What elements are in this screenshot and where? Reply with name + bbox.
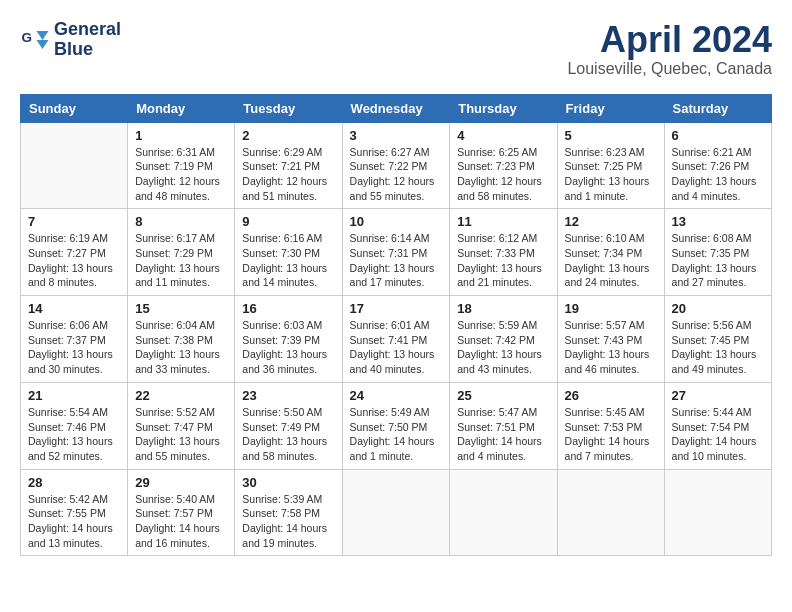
day-number: 11 (457, 214, 549, 229)
day-number: 6 (672, 128, 764, 143)
day-number: 30 (242, 475, 334, 490)
day-info: Sunrise: 6:12 AM Sunset: 7:33 PM Dayligh… (457, 231, 549, 290)
day-number: 10 (350, 214, 443, 229)
day-info: Sunrise: 5:49 AM Sunset: 7:50 PM Dayligh… (350, 405, 443, 464)
day-info: Sunrise: 6:31 AM Sunset: 7:19 PM Dayligh… (135, 145, 227, 204)
day-number: 15 (135, 301, 227, 316)
weekday-header-saturday: Saturday (664, 94, 771, 122)
calendar-cell: 30Sunrise: 5:39 AM Sunset: 7:58 PM Dayli… (235, 469, 342, 556)
weekday-header-friday: Friday (557, 94, 664, 122)
day-number: 8 (135, 214, 227, 229)
calendar-cell: 4Sunrise: 6:25 AM Sunset: 7:23 PM Daylig… (450, 122, 557, 209)
weekday-header-thursday: Thursday (450, 94, 557, 122)
day-info: Sunrise: 6:16 AM Sunset: 7:30 PM Dayligh… (242, 231, 334, 290)
svg-text:G: G (22, 29, 33, 44)
day-info: Sunrise: 5:47 AM Sunset: 7:51 PM Dayligh… (457, 405, 549, 464)
day-info: Sunrise: 6:29 AM Sunset: 7:21 PM Dayligh… (242, 145, 334, 204)
logo: G General Blue (20, 20, 121, 60)
day-info: Sunrise: 5:42 AM Sunset: 7:55 PM Dayligh… (28, 492, 120, 551)
day-info: Sunrise: 5:57 AM Sunset: 7:43 PM Dayligh… (565, 318, 657, 377)
weekday-header-row: SundayMondayTuesdayWednesdayThursdayFrid… (21, 94, 772, 122)
day-number: 13 (672, 214, 764, 229)
calendar-cell (342, 469, 450, 556)
day-info: Sunrise: 5:45 AM Sunset: 7:53 PM Dayligh… (565, 405, 657, 464)
calendar-header: SundayMondayTuesdayWednesdayThursdayFrid… (21, 94, 772, 122)
day-number: 4 (457, 128, 549, 143)
day-info: Sunrise: 5:56 AM Sunset: 7:45 PM Dayligh… (672, 318, 764, 377)
day-info: Sunrise: 5:39 AM Sunset: 7:58 PM Dayligh… (242, 492, 334, 551)
day-number: 19 (565, 301, 657, 316)
calendar-cell: 26Sunrise: 5:45 AM Sunset: 7:53 PM Dayli… (557, 382, 664, 469)
calendar-cell: 27Sunrise: 5:44 AM Sunset: 7:54 PM Dayli… (664, 382, 771, 469)
day-info: Sunrise: 6:04 AM Sunset: 7:38 PM Dayligh… (135, 318, 227, 377)
day-info: Sunrise: 5:52 AM Sunset: 7:47 PM Dayligh… (135, 405, 227, 464)
day-info: Sunrise: 6:06 AM Sunset: 7:37 PM Dayligh… (28, 318, 120, 377)
calendar-cell: 25Sunrise: 5:47 AM Sunset: 7:51 PM Dayli… (450, 382, 557, 469)
calendar-cell: 6Sunrise: 6:21 AM Sunset: 7:26 PM Daylig… (664, 122, 771, 209)
calendar-title: April 2024 (567, 20, 772, 60)
calendar-week-row: 7Sunrise: 6:19 AM Sunset: 7:27 PM Daylig… (21, 209, 772, 296)
calendar-cell: 7Sunrise: 6:19 AM Sunset: 7:27 PM Daylig… (21, 209, 128, 296)
day-info: Sunrise: 5:50 AM Sunset: 7:49 PM Dayligh… (242, 405, 334, 464)
weekday-header-sunday: Sunday (21, 94, 128, 122)
calendar-cell: 19Sunrise: 5:57 AM Sunset: 7:43 PM Dayli… (557, 296, 664, 383)
title-block: April 2024 Louiseville, Quebec, Canada (567, 20, 772, 78)
logo-text: General Blue (54, 20, 121, 60)
day-info: Sunrise: 6:25 AM Sunset: 7:23 PM Dayligh… (457, 145, 549, 204)
day-number: 16 (242, 301, 334, 316)
day-info: Sunrise: 5:54 AM Sunset: 7:46 PM Dayligh… (28, 405, 120, 464)
calendar-week-row: 28Sunrise: 5:42 AM Sunset: 7:55 PM Dayli… (21, 469, 772, 556)
day-info: Sunrise: 6:23 AM Sunset: 7:25 PM Dayligh… (565, 145, 657, 204)
calendar-cell: 8Sunrise: 6:17 AM Sunset: 7:29 PM Daylig… (128, 209, 235, 296)
day-number: 24 (350, 388, 443, 403)
calendar-cell: 9Sunrise: 6:16 AM Sunset: 7:30 PM Daylig… (235, 209, 342, 296)
day-number: 29 (135, 475, 227, 490)
calendar-cell: 28Sunrise: 5:42 AM Sunset: 7:55 PM Dayli… (21, 469, 128, 556)
calendar-cell (664, 469, 771, 556)
day-number: 25 (457, 388, 549, 403)
calendar-table: SundayMondayTuesdayWednesdayThursdayFrid… (20, 94, 772, 557)
day-info: Sunrise: 6:08 AM Sunset: 7:35 PM Dayligh… (672, 231, 764, 290)
calendar-cell: 10Sunrise: 6:14 AM Sunset: 7:31 PM Dayli… (342, 209, 450, 296)
day-info: Sunrise: 5:44 AM Sunset: 7:54 PM Dayligh… (672, 405, 764, 464)
logo-line2: Blue (54, 40, 121, 60)
day-info: Sunrise: 6:27 AM Sunset: 7:22 PM Dayligh… (350, 145, 443, 204)
day-number: 2 (242, 128, 334, 143)
day-number: 3 (350, 128, 443, 143)
calendar-cell: 20Sunrise: 5:56 AM Sunset: 7:45 PM Dayli… (664, 296, 771, 383)
calendar-cell: 22Sunrise: 5:52 AM Sunset: 7:47 PM Dayli… (128, 382, 235, 469)
day-number: 14 (28, 301, 120, 316)
day-number: 7 (28, 214, 120, 229)
page-header: G General Blue April 2024 Louiseville, Q… (20, 20, 772, 78)
calendar-week-row: 21Sunrise: 5:54 AM Sunset: 7:46 PM Dayli… (21, 382, 772, 469)
weekday-header-wednesday: Wednesday (342, 94, 450, 122)
calendar-week-row: 1Sunrise: 6:31 AM Sunset: 7:19 PM Daylig… (21, 122, 772, 209)
logo-icon: G (20, 25, 50, 55)
svg-marker-1 (37, 31, 49, 40)
day-info: Sunrise: 6:01 AM Sunset: 7:41 PM Dayligh… (350, 318, 443, 377)
day-number: 9 (242, 214, 334, 229)
calendar-cell: 11Sunrise: 6:12 AM Sunset: 7:33 PM Dayli… (450, 209, 557, 296)
day-number: 28 (28, 475, 120, 490)
day-info: Sunrise: 5:40 AM Sunset: 7:57 PM Dayligh… (135, 492, 227, 551)
calendar-cell: 21Sunrise: 5:54 AM Sunset: 7:46 PM Dayli… (21, 382, 128, 469)
calendar-cell (21, 122, 128, 209)
day-info: Sunrise: 6:14 AM Sunset: 7:31 PM Dayligh… (350, 231, 443, 290)
day-info: Sunrise: 6:21 AM Sunset: 7:26 PM Dayligh… (672, 145, 764, 204)
calendar-cell (450, 469, 557, 556)
day-number: 17 (350, 301, 443, 316)
calendar-cell: 5Sunrise: 6:23 AM Sunset: 7:25 PM Daylig… (557, 122, 664, 209)
day-number: 20 (672, 301, 764, 316)
calendar-cell: 17Sunrise: 6:01 AM Sunset: 7:41 PM Dayli… (342, 296, 450, 383)
calendar-cell: 15Sunrise: 6:04 AM Sunset: 7:38 PM Dayli… (128, 296, 235, 383)
day-number: 21 (28, 388, 120, 403)
calendar-body: 1Sunrise: 6:31 AM Sunset: 7:19 PM Daylig… (21, 122, 772, 556)
weekday-header-tuesday: Tuesday (235, 94, 342, 122)
calendar-cell: 2Sunrise: 6:29 AM Sunset: 7:21 PM Daylig… (235, 122, 342, 209)
calendar-week-row: 14Sunrise: 6:06 AM Sunset: 7:37 PM Dayli… (21, 296, 772, 383)
day-number: 27 (672, 388, 764, 403)
day-number: 1 (135, 128, 227, 143)
day-number: 18 (457, 301, 549, 316)
calendar-cell: 13Sunrise: 6:08 AM Sunset: 7:35 PM Dayli… (664, 209, 771, 296)
day-number: 22 (135, 388, 227, 403)
